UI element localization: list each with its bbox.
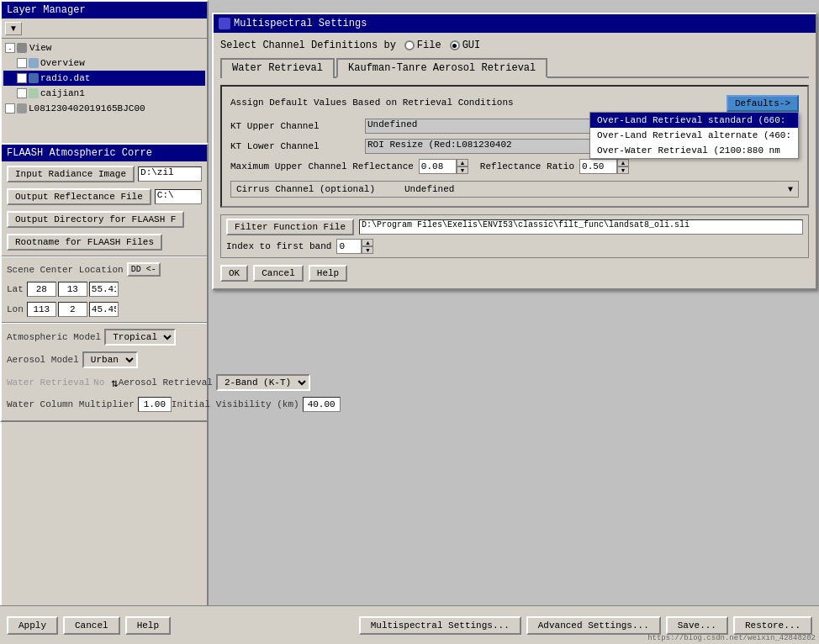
filter-function-path: D:\Program Files\Exelis\ENVI53\classic\f… <box>359 219 803 235</box>
dropdown-item-2[interactable]: Over-Water Retrieval (2100:880 nm <box>590 143 798 158</box>
filter-function-btn[interactable]: Filter Function File <box>226 219 354 235</box>
save-button[interactable]: Save... <box>666 616 728 635</box>
band-up[interactable]: ▲ <box>362 239 373 246</box>
layer-manager-title: Layer Manager <box>2 2 207 18</box>
scene-center-label: Scene Center Location <box>7 265 124 275</box>
radio-gui-text: GUI <box>462 40 481 51</box>
multispectral-settings-button[interactable]: Multispectral Settings... <box>359 616 521 635</box>
tab-kaufman-label: Kaufman-Tanre Aerosol Retrieval <box>348 62 536 74</box>
lon-v2[interactable] <box>58 302 87 317</box>
apply-button[interactable]: Apply <box>7 616 58 635</box>
tree-item-caijian[interactable]: caijian1 <box>3 86 205 101</box>
lat-v1[interactable] <box>27 282 56 297</box>
atmospheric-model-select[interactable]: Tropical <box>104 329 176 346</box>
radio-file-label[interactable]: File <box>404 40 441 51</box>
cancel-btn[interactable]: Cancel <box>253 265 304 282</box>
cirrus-value: Undefined <box>404 184 788 194</box>
output-dir-btn[interactable]: Output Directory for FLAASH F <box>7 211 184 228</box>
kt-upper-label: KT Upper Channel <box>230 121 365 131</box>
overview-checkbox[interactable] <box>17 58 27 68</box>
water-retrieval-value: No <box>93 377 104 388</box>
l08-checkbox[interactable] <box>5 103 15 113</box>
rootname-btn[interactable]: Rootname for FLAASH Files <box>7 234 162 251</box>
toolbar-row: ▼ <box>2 18 207 39</box>
aerosol-model-label: Aerosol Model <box>7 355 79 365</box>
band-down[interactable]: ▼ <box>362 246 373 254</box>
output-dir-row: Output Directory for FLAASH F <box>2 209 207 230</box>
max-upper-input[interactable] <box>419 159 457 174</box>
filter-function-row: Filter Function File D:\Program Files\Ex… <box>226 219 803 235</box>
layer-manager-label: Layer Manager <box>7 4 86 16</box>
select-channel-label: Select Channel Definitions by <box>220 40 396 51</box>
max-upper-down[interactable]: ▼ <box>457 166 468 174</box>
radio-checkbox[interactable] <box>17 73 27 83</box>
max-upper-up[interactable]: ▲ <box>457 159 468 166</box>
radio-file-text: File <box>417 40 441 51</box>
advanced-settings-button[interactable]: Advanced Settings... <box>526 616 661 635</box>
lat-label: Lat <box>7 284 24 294</box>
radio-gui-label[interactable]: GUI <box>450 40 481 51</box>
lon-v1[interactable] <box>27 302 56 317</box>
dropdown-item-0[interactable]: Over-Land Retrieval standard (660: <box>590 113 798 128</box>
output-reflectance-btn[interactable]: Output Reflectance File <box>7 188 151 205</box>
watermark: https://blog.csdn.net/weixin_42848202 <box>647 634 816 642</box>
flaash-title: FLAASH Atmospheric Corre <box>2 145 207 161</box>
index-first-band-input[interactable] <box>336 239 362 254</box>
tab-water-retrieval-label: Water Retrieval <box>232 62 323 74</box>
tree-item-overview[interactable]: Overview <box>3 55 205 71</box>
water-retrieval-label: Water Retrieval <box>7 377 90 388</box>
select-channel-row: Select Channel Definitions by File GUI <box>220 40 809 51</box>
dd-btn[interactable]: DD <- <box>127 262 161 277</box>
caijian-checkbox[interactable] <box>17 88 27 98</box>
defaults-btn[interactable]: Defaults-> <box>727 95 799 112</box>
ok-btn[interactable]: OK <box>220 265 248 282</box>
index-first-band-label: Index to first band <box>226 241 331 251</box>
aerosol-retrieval-select[interactable]: 2-Band (K-T) <box>216 374 310 391</box>
tree-item-l08[interactable]: L081230402019165BJC00 <box>3 101 205 116</box>
input-radiance-btn[interactable]: Input Radiance Image <box>7 166 135 182</box>
divider2 <box>2 322 207 324</box>
aerosol-model-select[interactable]: Urban <box>82 351 138 368</box>
reflectance-ratio-input[interactable] <box>579 159 617 174</box>
filter-function-section: Filter Function File D:\Program Files\Ex… <box>220 214 809 258</box>
cirrus-arrow-icon[interactable]: ▼ <box>788 185 793 194</box>
reflectance-ratio-down[interactable]: ▼ <box>617 166 629 174</box>
cirrus-label: Cirrus Channel (optional) <box>236 184 404 194</box>
scene-center-row: Scene Center Location DD <- <box>2 261 207 278</box>
tab-water-retrieval[interactable]: Water Retrieval <box>220 58 335 78</box>
water-retrieval-toggle[interactable]: ⇅ <box>111 376 118 390</box>
band-spinners: ▲ ▼ <box>362 239 373 254</box>
assign-default-label: Assign Default Values Based on Retrieval… <box>230 95 727 108</box>
reflectance-ratio-up[interactable]: ▲ <box>617 159 629 166</box>
toolbar-dropdown-btn[interactable]: ▼ <box>5 22 22 35</box>
aerosol-retrieval-label: Aerosol Retrieval <box>119 377 213 388</box>
atmospheric-model-label: Atmospheric Model <box>7 332 101 342</box>
expand-view-icon[interactable]: - <box>5 43 15 53</box>
rootname-row: Rootname for FLAASH Files <box>2 232 207 252</box>
help-main-button[interactable]: Help <box>125 616 171 635</box>
tree-area: - View Overview radio.dat caijian1 L0812… <box>2 39 207 118</box>
restore-button[interactable]: Restore... <box>733 616 812 635</box>
tree-item-radio[interactable]: radio.dat <box>3 71 205 86</box>
tree-view-item[interactable]: - View <box>3 40 205 55</box>
cancel-main-button[interactable]: Cancel <box>63 616 120 635</box>
caijian-icon <box>29 88 39 98</box>
defaults-dropdown-menu: Over-Land Retrieval standard (660: Over-… <box>589 112 799 159</box>
flaash-title-label: FLAASH Atmospheric Corre <box>7 147 152 159</box>
defaults-btn-container: Defaults-> Over-Land Retrieval standard … <box>727 95 799 112</box>
lon-v3[interactable] <box>89 302 119 317</box>
dropdown-item-1[interactable]: Over-Land Retrieval alternate (460: <box>590 128 798 143</box>
help-btn[interactable]: Help <box>309 265 347 282</box>
lat-v2[interactable] <box>58 282 87 297</box>
lat-v3[interactable] <box>89 282 119 297</box>
tab-content: Assign Default Values Based on Retrieval… <box>220 85 809 208</box>
ms-title-bar: Multispectral Settings <box>214 14 816 33</box>
tab-kaufman[interactable]: Kaufman-Tanre Aerosol Retrieval <box>336 58 547 78</box>
radio-gui-circle <box>450 40 460 50</box>
defaults-section: Assign Default Values Based on Retrieval… <box>230 95 799 112</box>
input-radiance-row: Input Radiance Image D:\zil <box>2 164 207 184</box>
lon-row: Lon <box>2 300 207 319</box>
water-col-input[interactable] <box>138 397 172 412</box>
flaash-panel: FLAASH Atmospheric Corre Input Radiance … <box>0 143 209 422</box>
init-visibility-input[interactable] <box>303 397 341 412</box>
